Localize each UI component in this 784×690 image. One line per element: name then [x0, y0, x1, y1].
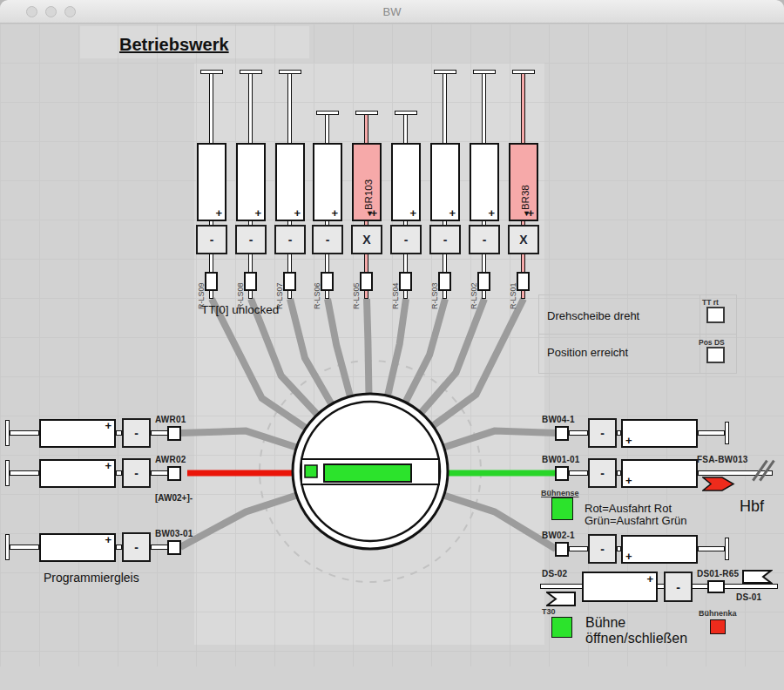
buffer-stop — [725, 538, 729, 560]
track-release-button-R-LS04[interactable]: - — [390, 225, 422, 254]
track-block-R-LS07[interactable]: + — [275, 143, 305, 221]
track-block-R-LS03[interactable]: + — [430, 143, 460, 221]
tt-rt-checkbox[interactable] — [706, 307, 725, 323]
track-line — [151, 545, 168, 550]
track-release-button-AWR01[interactable]: - — [122, 418, 151, 448]
track-release-button-AWR02[interactable]: - — [122, 458, 151, 488]
track-release-button-R-LS09[interactable]: - — [196, 225, 227, 254]
track-release-button-R-LS03[interactable]: - — [429, 225, 461, 254]
track-release-button-BW03-01[interactable]: - — [122, 532, 151, 562]
track-label: BW04-1 — [542, 415, 575, 424]
track-stem — [403, 114, 408, 144]
track-block-R-LS04[interactable]: + — [391, 143, 421, 221]
track-block-R-LS02[interactable]: + — [470, 143, 499, 221]
track-sensor-R-LS09 — [205, 272, 218, 291]
track-block-BW04-1[interactable]: + — [621, 419, 698, 448]
pos-ds-label: Pos DS — [699, 338, 725, 347]
block-plus: + — [449, 208, 456, 219]
track-line — [151, 470, 168, 476]
track-stem — [443, 73, 447, 144]
buehnenka-label: Bühnenka — [699, 609, 737, 618]
track-release-button-R-LS05[interactable]: X — [351, 225, 382, 254]
label-drehscheibe-dreht: Drehscheibe dreht — [547, 309, 639, 322]
track-label: AWR01 — [155, 415, 186, 424]
track-label: BW03-01 — [155, 529, 193, 538]
ds-block[interactable]: + — [582, 572, 658, 602]
track-stem — [287, 73, 292, 144]
block-plus: + — [625, 551, 632, 562]
buehne-text-1: Bühne — [585, 615, 625, 631]
track-line — [698, 430, 725, 436]
ds01-label: DS-01 — [736, 592, 761, 602]
track-release-button-R-LS06[interactable]: - — [312, 225, 343, 254]
buehnense-indicator[interactable] — [551, 497, 573, 520]
ds01-connector-flag — [742, 570, 773, 585]
track-block-BW01-01[interactable]: + — [621, 459, 698, 488]
loco-direction-icon: ◄ — [365, 210, 374, 218]
buehnense-label: Bühnense — [541, 489, 579, 497]
block-plus: + — [409, 208, 416, 219]
ds-release-button[interactable]: - — [664, 572, 693, 602]
track-release-button-R-LS08[interactable]: - — [235, 225, 267, 254]
track-block-R-LS09[interactable]: + — [197, 143, 226, 221]
track-sensor-R-LS04 — [399, 272, 412, 291]
block-plus: + — [646, 574, 653, 585]
fsa-bw013-label: FSA-BW013 — [697, 455, 747, 464]
block-plus: + — [331, 208, 338, 219]
track-label: R-LS09 — [197, 260, 206, 309]
track-stem — [248, 73, 253, 144]
t30-button[interactable] — [551, 617, 572, 638]
track-label: R-LS02 — [470, 260, 479, 309]
legend-rot: Rot=Ausfahrt Rot — [585, 502, 672, 515]
track-sensor-R-LS08 — [244, 272, 257, 291]
track-sensor-BW03-01 — [167, 540, 181, 555]
bridge-direction-indicator — [305, 465, 317, 477]
pos-ds-checkbox[interactable] — [706, 347, 725, 363]
track-sensor-BW01-01 — [555, 466, 569, 481]
track-release-button-R-LS01[interactable]: X — [508, 225, 539, 254]
exit-signal-red-arrow[interactable] — [702, 477, 735, 491]
track-block-R-LS08[interactable]: + — [236, 143, 266, 221]
track-release-button-BW01-01[interactable]: - — [588, 458, 617, 488]
ds01r-label: DS01-R65 — [697, 569, 739, 578]
ds-sensor — [707, 580, 725, 593]
switchboard-canvas: Betriebswerk TT[0] unlocked Drehscheibe … — [0, 0, 784, 690]
buehnenka-indicator — [710, 619, 726, 634]
track-release-button-BW04-1[interactable]: - — [588, 418, 617, 448]
track-label: R-LS06 — [313, 260, 322, 309]
track-line — [10, 430, 39, 436]
track-label: R-LS08 — [236, 260, 246, 309]
track-block-R-LS06[interactable]: + — [313, 143, 342, 221]
track-block-AWR01[interactable]: + — [39, 419, 116, 448]
block-plus: + — [105, 421, 112, 431]
track-label: R-LS04 — [391, 260, 401, 309]
block-plus: + — [215, 208, 222, 219]
track-label: BW02-1 — [542, 531, 575, 540]
legend-gruen: Grün=Ausfahrt Grün — [585, 514, 686, 527]
track-line — [569, 430, 588, 436]
track-sensor-BW02-1 — [555, 542, 569, 557]
track-label: R-LS03 — [430, 260, 440, 309]
app-window: Betriebswerk TT[0] unlocked Drehscheibe … — [0, 0, 784, 690]
t30-label: T30 — [542, 607, 556, 616]
track-line — [116, 470, 122, 476]
block-plus: + — [625, 436, 632, 446]
track-release-button-R-LS07[interactable]: - — [274, 225, 306, 254]
track-release-button-BW02-1[interactable]: - — [588, 534, 617, 564]
track-sensor-AWR01 — [167, 426, 181, 441]
window-titlebar: BW — [0, 0, 784, 24]
track-block-BW03-01[interactable]: + — [39, 533, 116, 562]
programmiergleis-label: Programmiergleis — [44, 571, 139, 585]
track-block-AWR02[interactable]: + — [39, 459, 116, 488]
track-sensor-AWR02 — [167, 466, 181, 481]
bridge-occupancy-indicator — [324, 464, 411, 482]
block-plus: + — [105, 535, 112, 545]
track-sensor-R-LS02 — [477, 272, 490, 291]
track-block-BW02-1[interactable]: + — [621, 535, 698, 564]
hbf-label: Hbf — [740, 497, 764, 516]
track-sensor-R-LS06 — [321, 272, 334, 291]
page-title: Betriebswerk — [119, 35, 229, 55]
track-stem — [364, 114, 368, 144]
track-release-button-R-LS02[interactable]: - — [469, 225, 500, 254]
ds02-label: DS-02 — [542, 569, 567, 578]
